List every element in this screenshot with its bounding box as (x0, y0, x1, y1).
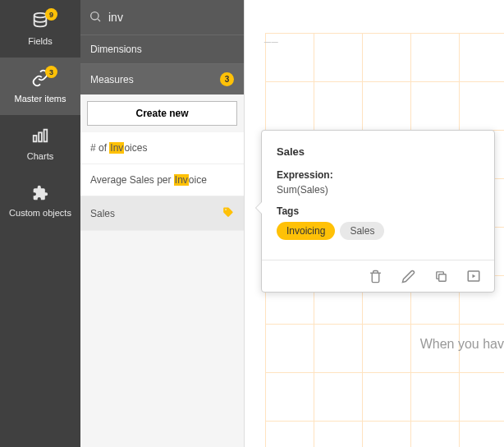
nav-fields-badge: 9 (45, 8, 57, 21)
nav-master-items[interactable]: 3 Master items (0, 58, 80, 115)
nav-custom-objects[interactable]: Custom objects (0, 173, 80, 230)
left-nav: 9 Fields 3 Master items Charts Custom ob… (0, 0, 80, 447)
puzzle-icon (32, 185, 48, 203)
measure-item-label: Average Sales per Invoice (90, 174, 207, 186)
tag-chip[interactable]: Sales (340, 222, 384, 240)
measure-item[interactable]: Sales (80, 196, 244, 231)
canvas-dash: __ (264, 30, 279, 43)
assets-panel: ✕ Dimensions Measures 3 Create new # of … (80, 0, 245, 447)
bar-chart-icon (31, 127, 49, 146)
tag-icon (222, 206, 234, 220)
measures-list: # of InvoicesAverage Sales per InvoiceSa… (80, 132, 244, 231)
popup-tags-row: InvoicingSales (277, 222, 479, 240)
edit-icon[interactable] (399, 267, 417, 285)
measures-count-badge: 3 (220, 72, 234, 86)
measure-item[interactable]: # of Invoices (80, 132, 244, 164)
nav-charts[interactable]: Charts (0, 115, 80, 173)
create-new-button[interactable]: Create new (87, 101, 237, 126)
svg-rect-3 (44, 130, 48, 142)
nav-fields[interactable]: 9 Fields (0, 0, 80, 58)
nav-master-badge: 3 (45, 66, 57, 78)
nav-custom-label: Custom objects (9, 208, 71, 218)
section-measures[interactable]: Measures 3 (80, 63, 244, 94)
section-dimensions[interactable]: Dimensions (80, 35, 244, 63)
popup-expression-value: Sum(Sales) (277, 184, 479, 196)
svg-rect-1 (34, 136, 37, 141)
svg-rect-2 (39, 132, 42, 141)
nav-charts-label: Charts (27, 151, 53, 161)
popup-title: Sales (277, 145, 479, 158)
search-icon (89, 10, 102, 25)
open-editor-icon[interactable] (465, 267, 483, 285)
measures-label: Measures (90, 74, 134, 85)
dimensions-label: Dimensions (90, 44, 142, 55)
measure-item[interactable]: Average Sales per Invoice (80, 164, 244, 196)
measure-item-label: # of Invoices (90, 142, 147, 154)
popup-footer (262, 260, 494, 292)
measure-details-popup: Sales Expression: Sum(Sales) Tags Invoic… (261, 130, 495, 293)
tag-chip[interactable]: Invoicing (277, 222, 335, 240)
search-row: ✕ (80, 0, 244, 35)
duplicate-icon[interactable] (432, 267, 450, 285)
nav-master-label: Master items (15, 94, 66, 104)
link-icon: 3 (31, 69, 49, 89)
canvas-placeholder: When you hav (420, 337, 504, 352)
database-icon: 9 (31, 12, 49, 31)
search-input[interactable] (108, 11, 252, 24)
delete-icon[interactable] (366, 267, 384, 285)
svg-point-4 (91, 12, 99, 19)
measure-item-label: Sales (90, 208, 115, 219)
nav-fields-label: Fields (28, 36, 52, 46)
popup-tags-label: Tags (277, 205, 479, 217)
popup-expression-label: Expression: (277, 169, 479, 181)
svg-rect-5 (438, 274, 446, 281)
